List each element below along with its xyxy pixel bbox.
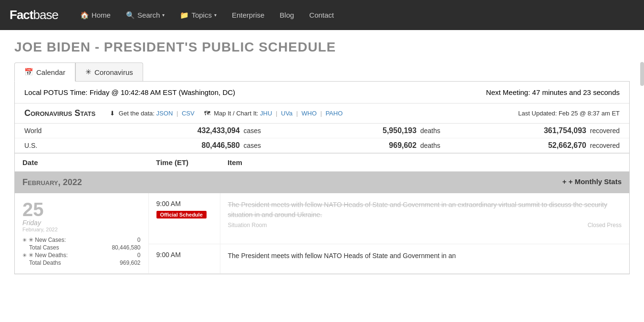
pipe-sep-3: | <box>296 110 298 117</box>
stat-total-cases: Total Cases 80,446,580 <box>22 244 141 251</box>
covid-title: Coronavirus Stats <box>24 108 95 118</box>
event-description-2: The President meets with fellow NATO Hea… <box>228 251 622 261</box>
download-icon: ⬇ <box>110 110 115 117</box>
next-meeting-text: Next Meeting: 47 minutes and 23 seconds <box>486 88 620 96</box>
time-cell-1: 9:00 AM Official Schedule <box>148 193 220 244</box>
home-icon: 🏠 <box>80 11 89 20</box>
us-label: U.S. <box>24 142 82 149</box>
page-content: Joe Biden - President's Public Schedule … <box>0 30 644 284</box>
world-recovered: 361,754,093 recovered <box>440 126 620 135</box>
paho-link[interactable]: PAHO <box>325 110 343 117</box>
snowflake-icon-1: ✳ <box>22 237 27 243</box>
map-icon: 🗺 <box>204 110 210 117</box>
jhu-link[interactable]: JHU <box>260 110 272 117</box>
who-link[interactable]: WHO <box>301 110 317 117</box>
time-cell-2: 9:00 AM <box>148 244 220 274</box>
local-time-text: Local POTUS Time: Friday @ 10:42:48 AM E… <box>24 88 235 96</box>
main-panel: Local POTUS Time: Friday @ 10:42:48 AM E… <box>14 82 630 274</box>
stat-new-cases: ✳ ✳ New Cases: 0 <box>22 236 141 244</box>
event-row-1: 25 Friday February, 2022 ✳ ✳ New Cases: … <box>15 193 629 244</box>
th-item: Item <box>220 154 629 172</box>
covid-stats-rows: World 432,433,094 cases 5,950,193 deaths… <box>15 124 629 153</box>
navbar: Factbase 🏠 Home 🔍 Search ▾ 📁 Topics ▾ En… <box>0 0 644 30</box>
plus-icon: + <box>562 177 567 186</box>
world-cases: 432,433,094 cases <box>82 126 261 135</box>
pipe-sep-4: | <box>320 110 322 117</box>
event-location-1: Situation Room Closed Press <box>228 222 622 229</box>
new-deaths-label: ✳ ✳ New Deaths: <box>22 252 68 259</box>
covid-last-updated: Last Updated: Feb 25 @ 8:37 am ET <box>518 110 620 117</box>
date-cell-25: 25 Friday February, 2022 ✳ ✳ New Cases: … <box>15 193 148 274</box>
tab-bar: 📅 Calendar ✳ Coronavirus <box>14 62 630 82</box>
month-row: February, 2022 + + Monthly Stats <box>15 172 629 194</box>
brand-logo[interactable]: Factbase <box>10 8 58 22</box>
date-month-year: February, 2022 <box>22 227 141 232</box>
tab-calendar[interactable]: 📅 Calendar <box>14 62 75 82</box>
topics-icon: 📁 <box>180 11 189 20</box>
page-title: Joe Biden - President's Public Schedule <box>14 40 630 55</box>
search-icon: 🔍 <box>126 11 135 20</box>
event-time-2: 9:00 AM <box>156 251 212 259</box>
monthly-stats-button[interactable]: + + Monthly Stats <box>562 177 622 186</box>
stat-new-deaths: ✳ ✳ New Deaths: 0 <box>22 251 141 259</box>
date-number: 25 <box>22 200 141 219</box>
us-cases: 80,446,580 cases <box>82 141 261 150</box>
pipe-sep-2: | <box>276 110 277 117</box>
pipe-sep-1: | <box>177 110 178 117</box>
total-cases-label: Total Cases <box>22 244 59 251</box>
date-stats: ✳ ✳ New Cases: 0 Total Cases 80,446,580 <box>22 236 141 267</box>
event-description-1: The President meets with fellow NATO Hea… <box>228 200 622 220</box>
tab-coronavirus[interactable]: ✳ Coronavirus <box>75 62 143 81</box>
covid-header: Coronavirus Stats ⬇ Get the data: JSON |… <box>15 104 629 124</box>
nav-blog[interactable]: Blog <box>272 7 301 23</box>
us-deaths: 969,602 deaths <box>261 141 440 150</box>
topics-caret-icon: ▾ <box>214 12 217 18</box>
new-cases-label: ✳ ✳ New Cases: <box>22 237 66 243</box>
nav-enterprise[interactable]: Enterprise <box>224 7 272 23</box>
event-time-1: 9:00 AM <box>156 200 212 208</box>
scrollbar[interactable] <box>640 62 644 86</box>
stats-row-us: U.S. 80,446,580 cases 969,602 deaths 52,… <box>15 138 629 153</box>
stat-total-deaths: Total Deaths 969,602 <box>22 259 141 267</box>
month-row-cell: February, 2022 + + Monthly Stats <box>15 172 629 194</box>
search-caret-icon: ▾ <box>162 12 165 18</box>
stats-row-world: World 432,433,094 cases 5,950,193 deaths… <box>15 124 629 138</box>
calendar-icon: 📅 <box>24 68 33 76</box>
time-bar: Local POTUS Time: Friday @ 10:42:48 AM E… <box>15 82 629 104</box>
item-cell-1: The President meets with fellow NATO Hea… <box>220 193 629 244</box>
nav-search[interactable]: 🔍 Search ▾ <box>118 7 173 23</box>
schedule-table: Date Time (ET) Item February, 2022 + + M… <box>15 153 629 274</box>
brand-base: base <box>33 8 58 22</box>
coronavirus-icon: ✳ <box>85 68 92 76</box>
json-link[interactable]: JSON <box>156 110 173 117</box>
date-dayofweek: Friday <box>22 219 141 227</box>
official-badge: Official Schedule <box>156 211 207 218</box>
uva-link[interactable]: UVa <box>281 110 292 117</box>
item-cell-2: The President meets with fellow NATO Hea… <box>220 244 629 274</box>
total-deaths-label: Total Deaths <box>22 260 61 266</box>
csv-link[interactable]: CSV <box>182 110 195 117</box>
brand-fact: Fact <box>10 8 33 22</box>
covid-map-links: 🗺 Map It / Chart It: JHU | UVa | WHO | P… <box>204 110 343 117</box>
th-time: Time (ET) <box>148 154 220 172</box>
snowflake-icon-2: ✳ <box>22 252 27 259</box>
nav-menu: 🏠 Home 🔍 Search ▾ 📁 Topics ▾ Enterprise … <box>73 7 342 23</box>
nav-home[interactable]: 🏠 Home <box>73 7 118 23</box>
us-recovered: 52,662,670 recovered <box>440 141 620 150</box>
world-deaths: 5,950,193 deaths <box>261 126 440 135</box>
world-label: World <box>24 127 82 135</box>
covid-data-links: ⬇ Get the data: JSON | CSV <box>110 110 194 117</box>
th-date: Date <box>15 154 148 172</box>
nav-topics[interactable]: 📁 Topics ▾ <box>172 7 224 23</box>
nav-contact[interactable]: Contact <box>301 7 342 23</box>
